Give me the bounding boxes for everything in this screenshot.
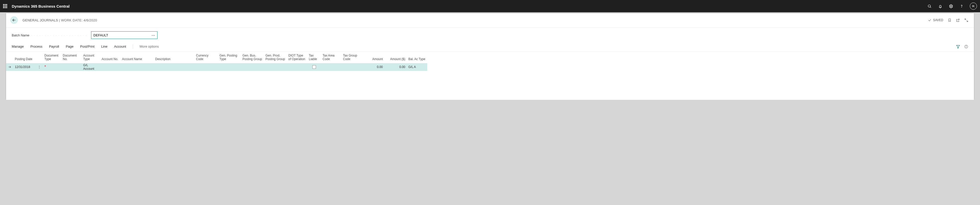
batch-dots: · · · · · · · · · · · · · · · · · · · · …: [31, 34, 87, 37]
cell-currency[interactable]: [194, 63, 218, 71]
search-icon[interactable]: [927, 3, 932, 9]
tab-page[interactable]: Page: [66, 44, 73, 49]
cell-bal-type[interactable]: G/L A: [407, 63, 427, 71]
col-bal-type[interactable]: Bal. Ac Type: [407, 52, 427, 63]
col-indicator: [6, 52, 13, 63]
page-header: GENERAL JOURNALS | WORK DATE: 4/6/2020 S…: [6, 13, 974, 28]
col-tax-liable[interactable]: Tax Liable: [307, 52, 321, 63]
col-posting-date[interactable]: Posting Date: [13, 52, 36, 63]
cell-acct-no[interactable]: [100, 63, 121, 71]
col-tax-area[interactable]: Tax Area Code: [321, 52, 342, 63]
svg-line-1: [930, 6, 931, 7]
cell-gen-posting-type[interactable]: [218, 63, 241, 71]
svg-line-6: [967, 20, 968, 21]
header-right: SAVED: [928, 18, 968, 22]
col-amount[interactable]: Amount: [362, 52, 384, 63]
cell-amount[interactable]: 0.00: [362, 63, 384, 71]
back-button[interactable]: [10, 16, 18, 24]
tab-account[interactable]: Account: [114, 44, 126, 49]
tab-postprint[interactable]: Post/Print: [80, 44, 94, 49]
col-currency[interactable]: Currency Code: [194, 52, 218, 63]
cell-doc-type[interactable]: *: [43, 63, 61, 71]
cell-amount-usd[interactable]: 0.00: [384, 63, 407, 71]
settings-icon[interactable]: [948, 3, 953, 9]
col-doc-no[interactable]: Document No.: [61, 52, 82, 63]
breadcrumb-main: GENERAL JOURNALS: [22, 18, 58, 22]
page: GENERAL JOURNALS | WORK DATE: 4/6/2020 S…: [6, 13, 974, 100]
info-icon[interactable]: [964, 44, 968, 49]
row-indicator[interactable]: [6, 63, 13, 71]
saved-label: SAVED: [933, 18, 943, 22]
svg-point-3: [961, 7, 962, 7]
notifications-icon[interactable]: [938, 3, 943, 9]
more-options[interactable]: More options: [140, 44, 159, 48]
svg-marker-7: [956, 45, 959, 48]
cell-doc-no[interactable]: [61, 63, 82, 71]
batch-lookup-button[interactable]: ···: [151, 33, 155, 37]
toolbar: Manage Process Payroll Page Post/Print L…: [6, 44, 974, 52]
batch-row: Batch Name · · · · · · · · · · · · · · ·…: [6, 28, 974, 44]
svg-point-0: [928, 5, 930, 7]
svg-point-10: [966, 46, 966, 46]
cell-tax-group[interactable]: [342, 63, 362, 71]
header-left: GENERAL JOURNALS | WORK DATE: 4/6/2020: [10, 16, 97, 24]
cell-acct-type[interactable]: G/L Account: [82, 63, 100, 71]
batch-name-input[interactable]: [94, 33, 147, 37]
breadcrumb-sep: |: [58, 18, 61, 22]
collapse-icon[interactable]: [964, 18, 968, 22]
row-actions-menu[interactable]: ⋮: [36, 63, 43, 71]
col-gen-prod-pg[interactable]: Gen. Prod. Posting Group: [264, 52, 287, 63]
journal-grid: Posting Date Document Type Document No. …: [6, 52, 974, 71]
col-gen-posting-type[interactable]: Gen. Posting Type: [218, 52, 241, 63]
bookmark-icon[interactable]: [948, 18, 951, 22]
col-acct-type[interactable]: Account Type: [82, 52, 100, 63]
col-diot[interactable]: DIOT Type of Operation: [287, 52, 307, 63]
batch-label: Batch Name: [12, 34, 29, 37]
col-tax-group[interactable]: Tax Group Code: [342, 52, 362, 63]
toolbar-right: [956, 44, 968, 49]
saved-indicator: SAVED: [928, 18, 943, 22]
cell-posting-date[interactable]: 12/31/2018: [13, 63, 36, 71]
topbar-right: IK: [927, 3, 977, 9]
svg-point-2: [950, 6, 951, 6]
col-description[interactable]: Description: [154, 52, 194, 63]
col-doc-type[interactable]: Document Type: [43, 52, 61, 63]
app-launcher-icon[interactable]: [3, 4, 7, 8]
topbar-left: Dynamics 365 Business Central: [3, 4, 70, 8]
breadcrumb-sub: WORK DATE: 4/6/2020: [61, 18, 97, 22]
col-acct-name[interactable]: Account Name: [121, 52, 154, 63]
breadcrumb: GENERAL JOURNALS | WORK DATE: 4/6/2020: [22, 18, 97, 22]
toolbar-separator: [133, 44, 133, 49]
grid-wrap: Posting Date Document Type Document No. …: [6, 52, 974, 71]
col-acct-no[interactable]: Account No.: [100, 52, 121, 63]
tax-liable-checkbox[interactable]: [312, 65, 316, 69]
cell-gen-bus-pg[interactable]: [241, 63, 264, 71]
help-icon[interactable]: [959, 3, 964, 9]
col-gen-bus-pg[interactable]: Gen. Bus. Posting Group: [241, 52, 264, 63]
tab-process[interactable]: Process: [30, 44, 42, 49]
cell-acct-name[interactable]: [121, 63, 154, 71]
col-rowmenu: [36, 52, 43, 63]
col-amount-usd[interactable]: Amount ($): [384, 52, 407, 63]
cell-description[interactable]: [154, 63, 194, 71]
cell-gen-prod-pg[interactable]: [264, 63, 287, 71]
tab-manage[interactable]: Manage: [12, 44, 24, 49]
required-icon: *: [45, 65, 46, 69]
user-avatar[interactable]: IK: [970, 3, 977, 9]
batch-label-wrap: Batch Name · · · · · · · · · · · · · · ·…: [12, 33, 87, 37]
cell-tax-liable[interactable]: [307, 63, 321, 71]
filter-icon[interactable]: [956, 44, 960, 49]
popout-icon[interactable]: [956, 18, 960, 22]
cell-tax-area[interactable]: [321, 63, 342, 71]
cell-diot[interactable]: [287, 63, 307, 71]
svg-line-5: [965, 19, 966, 20]
app-title: Dynamics 365 Business Central: [12, 4, 70, 8]
tab-payroll[interactable]: Payroll: [49, 44, 59, 49]
tab-line[interactable]: Line: [101, 44, 107, 49]
toolbar-left: Manage Process Payroll Page Post/Print L…: [12, 44, 159, 49]
topbar: Dynamics 365 Business Central IK: [0, 0, 980, 12]
batch-input-wrap[interactable]: ···: [91, 32, 158, 39]
